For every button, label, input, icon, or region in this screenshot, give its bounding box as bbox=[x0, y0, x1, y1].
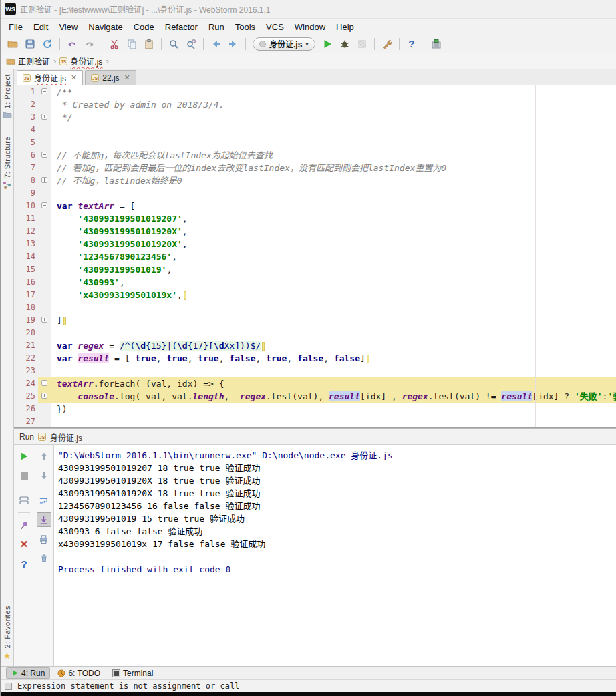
code-line-4[interactable]: 4 bbox=[14, 124, 616, 136]
find-icon[interactable] bbox=[166, 36, 182, 52]
tool-window-todo[interactable]: 6: TODO bbox=[53, 667, 105, 679]
console-line-3[interactable]: 43099319950101920X 18 true true 验证成功 bbox=[58, 474, 616, 487]
console-line-10[interactable]: Process finished with exit code 0 bbox=[58, 563, 616, 576]
code-line-7[interactable]: 7// 若加g，匹配到会用最后一位的index去改变lastIndex，没有匹配… bbox=[14, 162, 616, 174]
code-line-26[interactable]: 26}) bbox=[14, 403, 616, 415]
menu-window[interactable]: Window bbox=[289, 20, 331, 34]
settings-wrench-icon[interactable] bbox=[379, 36, 395, 52]
replace-icon[interactable] bbox=[183, 36, 199, 52]
code-line-20[interactable]: 20 bbox=[14, 327, 616, 339]
menu-vcs[interactable]: VCS bbox=[261, 20, 289, 34]
code-line-9[interactable]: 9 bbox=[14, 187, 616, 200]
down-stack-trace-icon[interactable] bbox=[37, 468, 51, 483]
console-line-1[interactable]: "D:\WebStorm 2016.1.1\bin\runnerw.exe" D… bbox=[58, 449, 616, 462]
clear-all-icon[interactable] bbox=[37, 551, 51, 566]
help-icon[interactable]: ? bbox=[17, 556, 31, 571]
close-tab-icon[interactable]: ✕ bbox=[124, 73, 130, 82]
restore-layout-icon[interactable] bbox=[17, 493, 31, 508]
code-editor[interactable]: 1/**2 * Created by admin on 2018/3/4.3 *… bbox=[14, 85, 616, 427]
console-line-2[interactable]: 430993199501019207 18 true true 验证成功 bbox=[58, 462, 616, 474]
code-line-3[interactable]: 3 */ bbox=[14, 111, 616, 124]
toggle-toolwindows-icon[interactable] bbox=[5, 683, 12, 690]
code-line-2[interactable]: 2 * Created by admin on 2018/3/4. bbox=[14, 98, 616, 111]
code-line-23[interactable]: 23 bbox=[14, 365, 616, 377]
code-line-11[interactable]: 11 '430993199501019207', bbox=[14, 212, 616, 225]
menu-help[interactable]: Help bbox=[331, 20, 359, 34]
stop-button[interactable] bbox=[17, 468, 31, 483]
code-line-14[interactable]: 14 '1234567890123456', bbox=[14, 250, 616, 263]
code-line-13[interactable]: 13 '43099319950101920X', bbox=[14, 238, 616, 250]
tool-button-favorites[interactable]: 2: Favorites ★ bbox=[3, 606, 11, 661]
settings-repository-icon[interactable] bbox=[428, 36, 444, 52]
tool-window-run[interactable]: 4: Run bbox=[6, 667, 50, 679]
menu-file[interactable]: File bbox=[3, 20, 28, 34]
fold-marker-close[interactable] bbox=[41, 317, 47, 323]
menu-view[interactable]: View bbox=[53, 20, 83, 34]
run-configuration-select[interactable]: 身份证.js ▾ bbox=[253, 37, 315, 51]
debug-button[interactable] bbox=[337, 36, 353, 52]
tool-window-terminal[interactable]: Terminal bbox=[108, 667, 158, 679]
code-line-24[interactable]: 24textArr.forEach( (val, idx) => { bbox=[14, 377, 616, 390]
pin-tab-icon[interactable] bbox=[17, 518, 31, 532]
close-panel-icon[interactable]: ✕ bbox=[17, 537, 31, 552]
copy-icon[interactable] bbox=[124, 36, 140, 52]
undo-icon[interactable] bbox=[64, 36, 80, 52]
menu-run[interactable]: Run bbox=[203, 20, 230, 34]
navigate-back-icon[interactable] bbox=[208, 36, 224, 52]
cut-icon[interactable] bbox=[106, 36, 122, 52]
code-line-21[interactable]: 21var regex = /^(\d{15}|(\d{17}[\dXx]))$… bbox=[14, 339, 616, 352]
fold-marker-close[interactable] bbox=[41, 177, 47, 183]
up-stack-trace-icon[interactable] bbox=[37, 449, 51, 464]
code-line-6[interactable]: 6// 不能加g，每次匹配会以lastIndex为起始位去查找 bbox=[14, 149, 616, 162]
code-line-17[interactable]: 17 'x430993199501019x', bbox=[14, 289, 616, 301]
code-line-16[interactable]: 16 '430993', bbox=[14, 276, 616, 289]
fold-marker-open[interactable] bbox=[41, 152, 47, 158]
code-line-12[interactable]: 12 '43099319950101920X', bbox=[14, 225, 616, 238]
open-folder-icon[interactable] bbox=[5, 36, 21, 52]
console-line-9[interactable] bbox=[58, 550, 616, 563]
run-console-output[interactable]: "D:\WebStorm 2016.1.1\bin\runnerw.exe" D… bbox=[54, 445, 616, 666]
breadcrumb-project[interactable]: 正则验证 bbox=[6, 55, 50, 67]
code-line-25[interactable]: 25 console.log( val, val.length, regex.t… bbox=[14, 390, 616, 403]
run-panel-file-tab[interactable]: 身份证.js bbox=[50, 431, 82, 443]
help-icon[interactable]: ? bbox=[404, 36, 420, 52]
rerun-button[interactable] bbox=[17, 449, 31, 464]
tool-button-structure[interactable]: 7: Structure bbox=[3, 136, 11, 190]
save-all-icon[interactable] bbox=[22, 36, 38, 52]
code-line-8[interactable]: 8// 不加g，lastIndex始终是0 bbox=[14, 174, 616, 187]
breadcrumb-file[interactable]: JS 身份证.js bbox=[59, 55, 102, 67]
fold-marker-close[interactable] bbox=[41, 393, 47, 399]
code-line-5[interactable]: 5 bbox=[14, 136, 616, 149]
menu-edit[interactable]: Edit bbox=[28, 20, 53, 34]
menu-navigate[interactable]: Navigate bbox=[83, 20, 128, 34]
menu-refactor[interactable]: Refactor bbox=[160, 20, 203, 34]
scroll-to-end-icon[interactable] bbox=[37, 512, 51, 527]
code-line-22[interactable]: 22var result = [ true, true, true, false… bbox=[14, 352, 616, 365]
fold-marker-open[interactable] bbox=[41, 88, 47, 94]
console-line-4[interactable]: 43099319950101920X 18 true true 验证成功 bbox=[58, 487, 616, 500]
tab-22-js[interactable]: JS 22.js ✕ bbox=[85, 70, 136, 85]
code-line-1[interactable]: 1/** bbox=[14, 85, 616, 98]
code-line-10[interactable]: 10var textArr = [ bbox=[14, 200, 616, 212]
code-line-27[interactable]: 27 bbox=[14, 415, 616, 427]
menu-code[interactable]: Code bbox=[128, 20, 160, 34]
fold-marker-open[interactable] bbox=[41, 380, 47, 386]
code-line-18[interactable]: 18 bbox=[14, 301, 616, 314]
soft-wrap-icon[interactable] bbox=[37, 493, 51, 508]
paste-icon[interactable] bbox=[141, 36, 157, 52]
coverage-button[interactable] bbox=[354, 36, 370, 52]
redo-icon[interactable] bbox=[82, 36, 98, 52]
navigate-forward-icon[interactable] bbox=[225, 36, 241, 52]
code-line-19[interactable]: 19] bbox=[14, 314, 616, 327]
console-line-5[interactable]: 1234567890123456 16 false false 验证成功 bbox=[58, 500, 616, 512]
fold-marker-open[interactable] bbox=[41, 202, 47, 208]
console-line-8[interactable]: x430993199501019x 17 false false 验证成功 bbox=[58, 538, 616, 550]
run-button[interactable] bbox=[319, 36, 335, 52]
tab-shenfenzheng-js[interactable]: JS 身份证.js ✕ bbox=[17, 70, 83, 85]
code-line-15[interactable]: 15 '430993199501019', bbox=[14, 263, 616, 276]
console-line-7[interactable]: 430993 6 false false 验证成功 bbox=[58, 525, 616, 538]
close-tab-icon[interactable]: ✕ bbox=[71, 73, 77, 82]
fold-marker-close[interactable] bbox=[41, 114, 47, 120]
synchronize-icon[interactable] bbox=[39, 36, 55, 52]
tool-button-project[interactable]: 1: Project bbox=[3, 74, 12, 119]
